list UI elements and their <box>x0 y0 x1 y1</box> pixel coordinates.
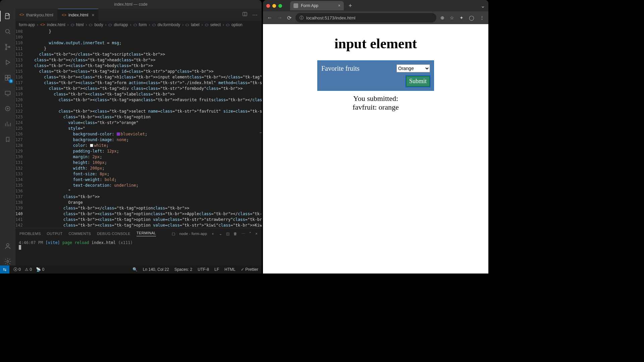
address-bar[interactable]: ⓘ localhost:5173/index.html <box>296 13 436 22</box>
close-panel-icon[interactable]: × <box>255 232 258 236</box>
crumb[interactable]: div#app <box>114 22 128 27</box>
breadcrumb-bar[interactable]: form-app› <>index.html› ⬭html› ⬭body› ⬭d… <box>15 21 262 29</box>
maximize-panel-icon[interactable]: ˄ <box>249 232 251 236</box>
search-icon[interactable] <box>4 27 12 36</box>
browser-window: Form App × + ⌄ ← → ⟳ ⓘ localhost:5173/in… <box>263 0 488 274</box>
reload-icon[interactable]: ⟳ <box>287 15 291 21</box>
crumb[interactable]: form <box>139 22 147 27</box>
terminal-task-icon[interactable]: ▢ <box>172 232 175 236</box>
editor-tab-thankyou[interactable]: <>thankyou.html <box>15 9 58 21</box>
panel-tab-terminal[interactable]: TERMINAL <box>137 231 156 236</box>
terminal-dropdown-icon[interactable]: ⌄ <box>219 232 222 236</box>
status-eol[interactable]: LF <box>214 267 219 272</box>
crumb[interactable]: label <box>191 22 199 27</box>
status-bar: ⇆ ⓧ 0 ⚠ 0 📡 0 🔍 Ln 140, Col 22 Spaces: 2… <box>0 265 262 274</box>
status-encoding[interactable]: UTF-8 <box>198 267 209 272</box>
extensions-icon[interactable]: 3 <box>4 74 12 82</box>
bookmark-star-icon[interactable]: ☆ <box>450 15 454 20</box>
traffic-lights[interactable] <box>266 4 282 8</box>
remote-indicator[interactable]: ⇆ <box>0 265 9 274</box>
testing-icon[interactable] <box>4 105 12 113</box>
panel-tab-problems[interactable]: PROBLEMS <box>19 232 41 236</box>
status-lang[interactable]: HTML <box>224 267 235 272</box>
status-ports[interactable]: 📡 0 <box>36 267 44 272</box>
svg-point-11 <box>6 244 9 246</box>
vscode-window: index.html — code 3 <>t <box>0 0 262 274</box>
status-search-icon[interactable]: 🔍 <box>132 267 138 272</box>
remote-icon[interactable] <box>4 89 12 97</box>
split-editor-icon[interactable] <box>242 11 248 18</box>
status-warnings[interactable]: ⚠ 0 <box>25 267 32 272</box>
form-label: Favorite fruits <box>321 65 360 72</box>
terminal-task-label[interactable]: node - form-app <box>179 232 207 236</box>
zoom-icon[interactable]: ⊕ <box>440 15 444 20</box>
crumb[interactable]: select <box>210 22 221 27</box>
forward-icon[interactable]: → <box>277 15 282 21</box>
output-line: You submitted: <box>270 94 482 103</box>
new-tab-icon[interactable]: + <box>348 2 352 9</box>
favfruit-select[interactable]: OrangeAppleStrawberryKiwi <box>396 64 430 72</box>
run-debug-icon[interactable] <box>4 58 12 66</box>
svg-rect-5 <box>5 75 8 78</box>
svg-point-4 <box>9 46 10 48</box>
site-info-icon[interactable]: ⓘ <box>300 15 304 21</box>
kill-terminal-icon[interactable]: 🗑 <box>233 232 237 236</box>
terminal-output[interactable]: 4:46:07 PM [vite] page reload index.html… <box>15 239 262 265</box>
source-control-icon[interactable] <box>4 43 12 51</box>
code-editor[interactable]: 1081091101111121131141151161171181191201… <box>15 29 262 228</box>
close-tab-icon[interactable]: × <box>338 3 340 8</box>
minimize-window-icon[interactable] <box>272 4 276 8</box>
svg-point-3 <box>5 48 7 50</box>
close-window-icon[interactable] <box>266 4 270 8</box>
browser-toolbar: ← → ⟳ ⓘ localhost:5173/index.html ⊕ ☆ ✦ … <box>263 11 488 24</box>
term-time: 4:46:07 PM <box>19 240 43 245</box>
page-content: input element Favorite fruits OrangeAppl… <box>263 24 488 274</box>
settings-gear-icon[interactable] <box>4 257 12 265</box>
term-file: index.html <box>92 240 116 245</box>
status-cursor[interactable]: Ln 140, Col 22 <box>143 267 169 272</box>
editor-tab-bar: <>thankyou.html <>index.html× ⋯ <box>15 9 262 21</box>
menu-icon[interactable]: ⋮ <box>480 15 484 20</box>
panel-tab-output[interactable]: OUTPUT <box>47 232 63 236</box>
tab-close-icon[interactable]: × <box>92 12 94 18</box>
zoom-window-icon[interactable] <box>278 4 282 8</box>
crumb[interactable]: form-app <box>19 22 35 27</box>
submit-button[interactable]: Submit <box>406 76 430 87</box>
form-output: You submitted: favfruit: orange <box>270 94 482 112</box>
term-word: page <box>62 240 72 245</box>
more-icon[interactable]: ⋯ <box>252 12 258 18</box>
terminal-cursor <box>19 245 21 250</box>
panel-tab-comments[interactable]: COMMENTS <box>69 232 91 236</box>
split-terminal-icon[interactable]: ◫ <box>226 232 229 236</box>
crumb[interactable]: html <box>76 22 84 27</box>
extensions-badge: 3 <box>9 79 13 83</box>
browser-tab[interactable]: Form App × <box>290 1 344 10</box>
crumb[interactable]: body <box>94 22 103 27</box>
account-icon[interactable] <box>4 242 12 250</box>
browser-tab-bar: Form App × + ⌄ <box>263 0 488 11</box>
extensions-puzzle-icon[interactable]: ✦ <box>460 15 464 20</box>
page-heading: input element <box>270 36 482 52</box>
back-icon[interactable]: ← <box>267 15 272 21</box>
status-indent[interactable]: Spaces: 2 <box>174 267 192 272</box>
panel-tab-debug[interactable]: DEBUG CONSOLE <box>97 232 130 236</box>
form-body: Favorite fruits OrangeAppleStrawberryKiw… <box>317 60 434 91</box>
bookmark-icon[interactable] <box>4 135 12 143</box>
status-errors[interactable]: ⓧ 0 <box>13 267 21 273</box>
crumb[interactable]: div.formbody <box>158 22 180 27</box>
activity-bar: 3 <box>0 9 15 265</box>
term-count: (x111) <box>118 240 132 245</box>
crumb[interactable]: option <box>231 22 243 27</box>
editor-tab-index[interactable]: <>index.html× <box>58 9 99 21</box>
tab-overflow-icon[interactable]: ⌄ <box>481 3 485 9</box>
html-file-icon: <> <box>19 12 24 17</box>
explorer-icon[interactable] <box>4 12 12 20</box>
graph-icon[interactable] <box>4 120 12 128</box>
profile-icon[interactable]: ◯ <box>469 15 474 20</box>
minimap-indicator <box>260 132 262 133</box>
status-prettier[interactable]: ✓ Prettier <box>241 267 258 272</box>
new-terminal-icon[interactable]: ＋ <box>211 231 215 236</box>
terminal-more-icon[interactable]: ⋯ <box>241 232 245 236</box>
crumb[interactable]: index.html <box>47 22 65 27</box>
bottom-panel: PROBLEMS OUTPUT COMMENTS DEBUG CONSOLE T… <box>15 228 262 265</box>
